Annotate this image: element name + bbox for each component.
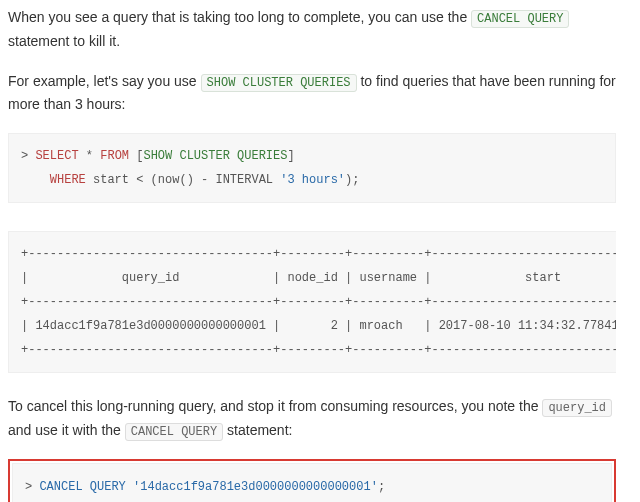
prompt: > [21,149,35,163]
keyword-from: FROM [100,149,129,163]
table-header: | query_id | node_id | username | start … [21,271,616,285]
text: and use it with the [8,422,125,438]
command-cancel-query: CANCEL QUERY [39,480,133,494]
text: statement: [227,422,292,438]
paragraph-2: For example, let's say you use SHOW CLUS… [8,70,616,118]
paragraph-3: To cancel this long-running query, and s… [8,395,616,443]
paragraph-1: When you see a query that is taking too … [8,6,616,54]
text: * [79,149,101,163]
keyword-where: WHERE [50,173,86,187]
text: When you see a query that is taking too … [8,9,471,25]
table-separator: +----------------------------------+----… [21,247,616,261]
inline-code-query-id: query_id [542,399,612,417]
text: ); [345,173,359,187]
inline-code-cancel-query-2: CANCEL QUERY [125,423,223,441]
text: statement to kill it. [8,33,120,49]
code-block-result-table: +----------------------------------+----… [8,231,616,373]
bracket: [ [129,149,143,163]
text: To cancel this long-running query, and s… [8,398,542,414]
inline-code-show-cluster-queries: SHOW CLUSTER QUERIES [201,74,357,92]
table-separator: +----------------------------------+----… [21,343,616,357]
code-block-select-query: > SELECT * FROM [SHOW CLUSTER QUERIES] W… [8,133,616,203]
bracket: ] [287,149,294,163]
highlighted-code-container: > CANCEL QUERY '14dacc1f9a781e3d00000000… [8,459,616,502]
table-scroll-container[interactable]: +----------------------------------+----… [8,217,616,377]
table-separator: +----------------------------------+----… [21,295,616,309]
keyword-select: SELECT [35,149,78,163]
string-literal: '14dacc1f9a781e3d0000000000000001' [133,480,378,494]
text: start < (now() - INTERVAL [86,173,280,187]
inline-code-cancel-query: CANCEL QUERY [471,10,569,28]
text: ; [378,480,385,494]
subquery: SHOW CLUSTER QUERIES [143,149,287,163]
string-literal: '3 hours' [280,173,345,187]
code-block-cancel-query: > CANCEL QUERY '14dacc1f9a781e3d00000000… [12,463,612,502]
text: For example, let's say you use [8,73,201,89]
table-row: | 14dacc1f9a781e3d0000000000000001 | 2 |… [21,319,616,333]
prompt: > [25,480,39,494]
